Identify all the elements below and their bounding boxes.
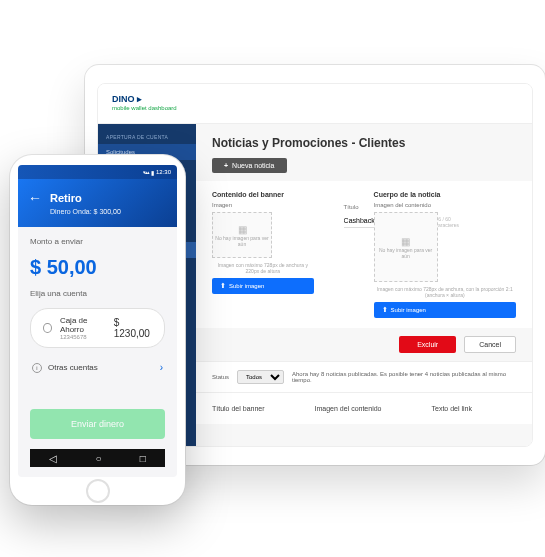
chevron-right-icon: › xyxy=(160,362,163,373)
battery-icon: ▮ xyxy=(151,169,154,176)
logo-line2: mobile wallet dashboard xyxy=(112,104,177,113)
phone-status-bar: ▾▴▴ ▮ 12:30 xyxy=(18,165,177,179)
body-image-dropzone[interactable]: ▦ No hay imagen para ver aún xyxy=(374,212,438,282)
info-icon: i xyxy=(32,363,42,373)
amount-value: $ 50,00 xyxy=(30,256,165,279)
status-row: Status Todos Ahora hay 8 noticias public… xyxy=(196,361,532,392)
account-balance: $ 1230,00 xyxy=(114,317,152,339)
upload-icon xyxy=(382,306,388,314)
new-news-button[interactable]: Nueva noticia xyxy=(212,158,287,173)
balance-text: Dinero Onda: xyxy=(50,208,92,215)
banner-image-hint: Imagen con máximo 728px de anchura y 220… xyxy=(212,262,314,274)
radio-icon xyxy=(43,323,52,333)
col-title: Título del banner xyxy=(212,405,265,412)
new-news-label: Nueva noticia xyxy=(232,162,274,169)
page-title: Noticias y Promociones - Clientes xyxy=(212,136,516,150)
dropzone-hint: No hay imagen para ver aún xyxy=(213,235,271,247)
body-image-label: Imagen del contenido xyxy=(374,202,516,208)
balance-value: $ 300,00 xyxy=(94,208,121,215)
table-header: Título del banner Imagen del contenido T… xyxy=(196,392,532,424)
upload-body-button[interactable]: Subir imagen xyxy=(374,302,516,318)
account-number: 12345678 xyxy=(60,334,106,340)
tablet-logo: DINO ▸ mobile wallet dashboard xyxy=(112,95,177,113)
account-name: Caja de Ahorro xyxy=(60,316,106,334)
phone-home-area xyxy=(10,477,185,505)
banner-image-col: Contenido del banner Imagen ▦ No hay ima… xyxy=(212,191,314,318)
cancel-button[interactable]: Cancel xyxy=(464,336,516,353)
action-row: Excluir Cancel xyxy=(196,328,532,361)
tablet-topbar: DINO ▸ mobile wallet dashboard xyxy=(98,84,532,124)
banner-panel: Contenido del banner Imagen ▦ No hay ima… xyxy=(196,181,532,328)
body-label: Cuerpo de la noticia xyxy=(374,191,516,198)
phone-header: ← Retiro Dinero Onda: $ 300,00 xyxy=(18,179,177,227)
col-image: Imagen del contenido xyxy=(315,405,382,412)
content-area: Noticias y Promociones - Clientes Nueva … xyxy=(196,124,532,446)
nav-recent-icon[interactable]: □ xyxy=(140,453,146,464)
other-accounts-row[interactable]: i Otras cuentas › xyxy=(30,358,165,377)
send-money-button[interactable]: Enviar dinero xyxy=(30,409,165,439)
signal-icon: ▾▴▴ xyxy=(143,169,149,175)
status-message: Ahora hay 8 noticias publicadas. Es posi… xyxy=(292,371,516,383)
body-image-hint: Imagen con máximo 728px de anchura, con … xyxy=(374,286,516,298)
upload-icon xyxy=(220,282,226,290)
status-time: 12:30 xyxy=(156,169,171,175)
content-header: Noticias y Promociones - Clientes Nueva … xyxy=(196,124,532,181)
plus-icon xyxy=(224,162,232,169)
android-navbar: ◁ ○ □ xyxy=(30,449,165,467)
status-select[interactable]: Todos xyxy=(237,370,284,384)
back-button[interactable]: ← xyxy=(28,191,42,205)
logo-line1: DINO ▸ xyxy=(112,94,142,104)
image-icon: ▦ xyxy=(238,224,247,235)
other-accounts-label: Otras cuentas xyxy=(48,363,98,372)
status-label: Status xyxy=(212,374,229,380)
phone-main: Monto a enviar $ 50,00 Elija una cuenta … xyxy=(18,227,177,477)
banner-content-label: Contenido del banner xyxy=(212,191,314,198)
upload-banner-label: Subir imagen xyxy=(229,283,264,289)
banner-image-dropzone[interactable]: ▦ No hay imagen para ver aún xyxy=(212,212,272,258)
screen-title: Retiro xyxy=(50,192,82,204)
phone-device: ▾▴▴ ▮ 12:30 ← Retiro Dinero Onda: $ 300,… xyxy=(10,155,185,505)
phone-home-button[interactable] xyxy=(86,479,110,503)
delete-button[interactable]: Excluir xyxy=(399,336,456,353)
balance-label: Dinero Onda: $ 300,00 xyxy=(50,208,167,215)
dropzone-hint: No hay imagen para ver aún xyxy=(375,247,437,259)
banner-image-label: Imagen xyxy=(212,202,314,208)
upload-body-label: Subir imagen xyxy=(391,307,426,313)
body-col: Cuerpo de la noticia Imagen del contenid… xyxy=(374,191,516,318)
nav-home-icon[interactable]: ○ xyxy=(95,453,101,464)
account-card[interactable]: Caja de Ahorro 12345678 $ 1230,00 xyxy=(30,308,165,348)
amount-label: Monto a enviar xyxy=(30,237,165,246)
nav-back-icon[interactable]: ◁ xyxy=(49,453,57,464)
phone-screen: ▾▴▴ ▮ 12:30 ← Retiro Dinero Onda: $ 300,… xyxy=(18,165,177,477)
image-icon: ▦ xyxy=(401,236,410,247)
choose-account-label: Elija una cuenta xyxy=(30,289,165,298)
col-link: Texto del link xyxy=(431,405,471,412)
upload-banner-button[interactable]: Subir imagen xyxy=(212,278,314,294)
sidebar-section-aperture: Apertura de cuenta xyxy=(98,130,196,142)
